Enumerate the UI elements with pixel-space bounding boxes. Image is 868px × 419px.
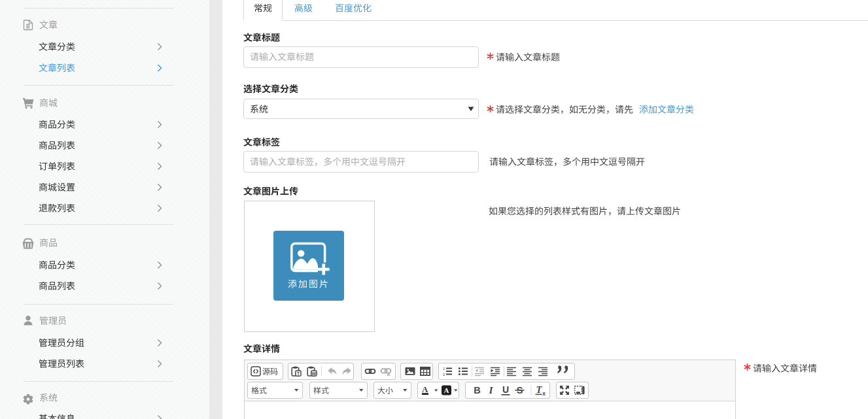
svg-text:T: T — [536, 384, 543, 395]
svg-text:U: U — [502, 384, 509, 395]
svg-text:A: A — [422, 384, 428, 394]
svg-text:B: B — [474, 385, 480, 395]
svg-text:I: I — [488, 384, 493, 395]
svg-text:2: 2 — [443, 373, 445, 377]
svg-text:W: W — [312, 371, 317, 376]
svg-text:1: 1 — [443, 367, 445, 371]
svg-text:T: T — [297, 371, 300, 376]
svg-text:x: x — [542, 390, 546, 397]
svg-text:A: A — [444, 386, 449, 394]
